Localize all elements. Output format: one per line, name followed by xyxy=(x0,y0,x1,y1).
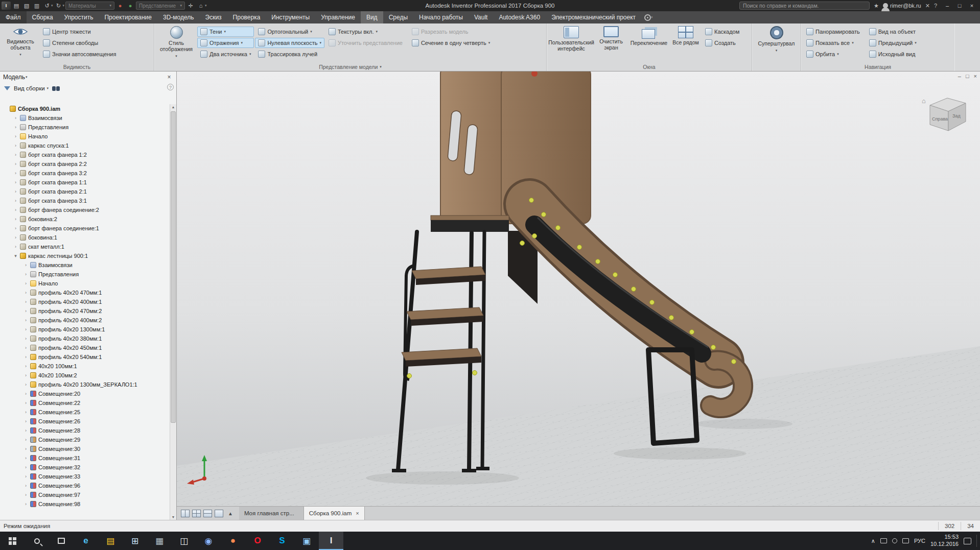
maximize-button[interactable]: □ xyxy=(953,3,966,9)
expander-icon[interactable]: › xyxy=(24,419,28,424)
steering-wheel-button[interactable]: Суперштурвал ▾ xyxy=(754,25,799,62)
ribbon-tab[interactable]: Инструменты xyxy=(266,11,315,23)
tree-item[interactable]: › Совмещение:29 xyxy=(0,435,170,444)
tree-item[interactable]: › Совмещение:31 xyxy=(0,453,170,463)
tree-item[interactable]: › Совмещение:32 xyxy=(0,463,170,472)
expander-icon[interactable]: › xyxy=(13,226,18,231)
expand-docbar-icon[interactable]: ▲ xyxy=(228,511,233,516)
notification-center-icon[interactable] xyxy=(964,538,971,544)
switch-windows-button[interactable]: Переключение xyxy=(628,25,669,62)
tree-item[interactable]: › боковина:2 xyxy=(0,214,170,224)
tree-item[interactable]: › Совмещение:97 xyxy=(0,490,170,499)
tree-item[interactable]: › скат металл:1 xyxy=(0,242,170,251)
visual-style-button[interactable]: Стиль отображения ▾ xyxy=(156,25,196,62)
tree-item[interactable]: › борт ската фанера 1:1 xyxy=(0,178,170,187)
tray-chevron-icon[interactable]: ∧ xyxy=(871,538,875,544)
expander-icon[interactable]: › xyxy=(24,299,28,304)
taskbar-app-icon[interactable]: e xyxy=(74,532,98,550)
expander-icon[interactable]: › xyxy=(13,161,18,166)
ribbon-tab[interactable]: Вид xyxy=(361,11,383,23)
measure-icon[interactable]: ✛ xyxy=(186,1,195,10)
tree-item[interactable]: › борт ската фанера 3:1 xyxy=(0,196,170,205)
expander-icon[interactable]: › xyxy=(24,336,28,341)
user-interface-button[interactable]: Пользовательский интерфейс xyxy=(549,25,594,62)
expander-icon[interactable]: › xyxy=(13,125,18,130)
ribbon-small-button[interactable]: Показать все▾ xyxy=(803,38,865,48)
a360-x-icon[interactable]: ✕ xyxy=(925,3,930,9)
ribbon-small-button[interactable]: Разрезать модель xyxy=(409,27,493,37)
expander-icon[interactable]: › xyxy=(24,391,28,396)
doc-restore-button[interactable]: □ xyxy=(966,73,969,79)
a360-drive-icon[interactable] xyxy=(644,14,651,21)
ribbon-small-button[interactable]: Исходный вид xyxy=(866,49,921,59)
taskbar-app-icon[interactable]: ▣ xyxy=(294,532,319,550)
expander-icon[interactable]: › xyxy=(24,364,28,369)
undo-icon[interactable]: ↺ xyxy=(42,1,52,10)
undo-dropdown-icon[interactable]: ▾ xyxy=(51,4,53,8)
expander-icon[interactable]: › xyxy=(13,207,18,212)
expander-icon[interactable]: › xyxy=(24,474,28,479)
find-icon[interactable] xyxy=(52,86,56,91)
ribbon-small-button[interactable]: Трассировка лучей xyxy=(255,49,324,59)
expander-icon[interactable]: › xyxy=(24,382,28,387)
expander-icon[interactable]: › xyxy=(24,318,28,323)
tree-item[interactable]: › Представления xyxy=(0,270,170,279)
tree-item[interactable]: › Взаимосвязи xyxy=(0,260,170,270)
tile-windows-button[interactable]: Все рядом xyxy=(670,25,701,62)
expander-icon[interactable]: › xyxy=(24,345,28,350)
tree-item[interactable]: › борт ската фанера 2:2 xyxy=(0,159,170,169)
ribbon-small-button[interactable]: Панорамировать xyxy=(803,27,865,37)
favorites-star-icon[interactable]: ★ xyxy=(874,3,879,9)
taskbar-app-icon[interactable]: ⊞ xyxy=(123,532,147,550)
tree-item[interactable]: Сборка 900.iam xyxy=(0,104,170,113)
show-desktop-divider[interactable] xyxy=(976,535,977,547)
taskbar-app-icon[interactable]: S xyxy=(270,532,294,550)
appearance-green-icon[interactable]: ● xyxy=(126,1,135,10)
help-icon[interactable]: ? xyxy=(934,3,937,9)
scroll-up-icon[interactable]: ▲ xyxy=(170,105,176,109)
signed-in-user[interactable]: rimer@bk.ru xyxy=(883,3,921,9)
expander-icon[interactable]: › xyxy=(24,290,28,295)
tree-item[interactable]: › профиль 40x20 1300мм:1 xyxy=(0,325,170,334)
expander-icon[interactable]: › xyxy=(24,456,28,461)
expander-icon[interactable]: › xyxy=(13,217,18,222)
ribbon-small-button[interactable]: Ортогональный▾ xyxy=(255,27,324,37)
tree-item[interactable]: › Совмещение:98 xyxy=(0,499,170,509)
ribbon-small-button[interactable]: Уточнить представление xyxy=(325,38,408,48)
browser-title-dropdown-icon[interactable]: ▾ xyxy=(26,75,28,79)
tree-item[interactable]: › борт ската фанера 3:2 xyxy=(0,169,170,178)
tree-item[interactable]: › 40x20 100мм:2 xyxy=(0,371,170,380)
tree-item[interactable]: › Совмещение:96 xyxy=(0,481,170,490)
browser-help-icon[interactable]: ? xyxy=(167,84,174,90)
expander-icon[interactable]: › xyxy=(24,400,28,405)
ribbon-tab[interactable]: Сборка xyxy=(27,11,59,23)
ribbon-tab[interactable]: Vault xyxy=(469,11,493,23)
open-icon[interactable]: ▧ xyxy=(22,1,31,10)
ribbon-small-button[interactable]: Создать xyxy=(702,38,744,48)
minimize-button[interactable]: – xyxy=(941,3,953,9)
save-icon[interactable]: ▥ xyxy=(32,1,41,10)
expander-icon[interactable]: › xyxy=(13,189,18,194)
ribbon-tab[interactable]: Электромеханический проект xyxy=(546,11,641,23)
expander-icon[interactable]: › xyxy=(24,373,28,378)
doc-minimize-button[interactable]: – xyxy=(958,73,961,79)
taskbar-app-icon[interactable]: ◉ xyxy=(196,532,221,550)
expander-icon[interactable]: › xyxy=(13,152,18,157)
tree-item[interactable]: › профиль 40x20 1300мм_ЗЕРКАЛО1:1 xyxy=(0,380,170,389)
ribbon-small-button[interactable]: Орбита▾ xyxy=(803,49,865,59)
expander-icon[interactable]: › xyxy=(24,308,28,314)
expander-icon[interactable]: › xyxy=(24,428,28,433)
split-quad-icon[interactable] xyxy=(192,510,201,517)
tree-item[interactable]: › Начало xyxy=(0,132,170,141)
filter-icon[interactable] xyxy=(4,86,10,90)
appearance-red-icon[interactable]: ● xyxy=(115,1,125,10)
tree-item[interactable]: › профиль 40x20 400мм:1 xyxy=(0,297,170,306)
ribbon-tab[interactable]: Проектирование xyxy=(99,11,157,23)
tree-item[interactable]: › борт ската фанера 2:1 xyxy=(0,187,170,196)
redo-icon[interactable]: ↻ xyxy=(54,1,63,10)
tree-item[interactable]: › профиль 40x20 400мм:2 xyxy=(0,316,170,325)
tree-item[interactable]: › профиль 40x20 540мм:1 xyxy=(0,352,170,362)
single-view-icon[interactable] xyxy=(215,510,223,517)
taskbar-app-icon[interactable]: O xyxy=(245,532,270,550)
tree-item[interactable]: › профиль 40x20 450мм:1 xyxy=(0,343,170,352)
